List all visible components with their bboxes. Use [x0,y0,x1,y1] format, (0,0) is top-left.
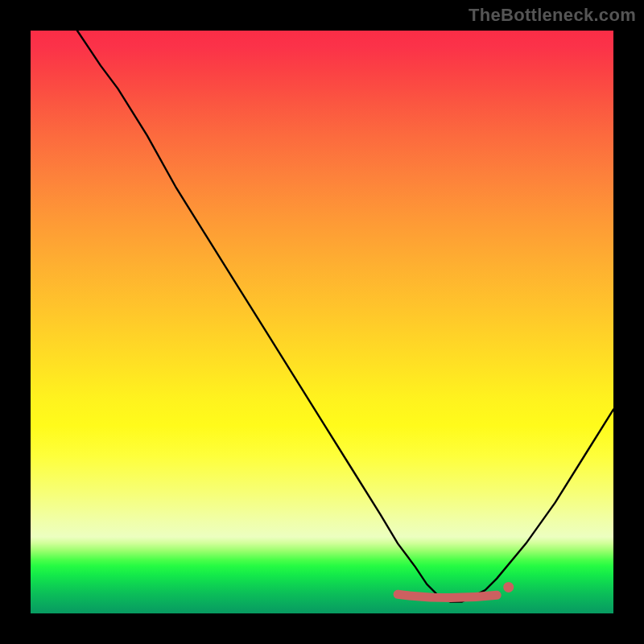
bottleneck-curve-svg [31,31,613,613]
watermark: TheBottleneck.com [469,5,636,26]
plot-area [31,31,613,613]
optimal-range-end-dot [503,582,514,592]
bottleneck-curve [77,31,613,602]
optimal-range-marker [398,594,497,597]
